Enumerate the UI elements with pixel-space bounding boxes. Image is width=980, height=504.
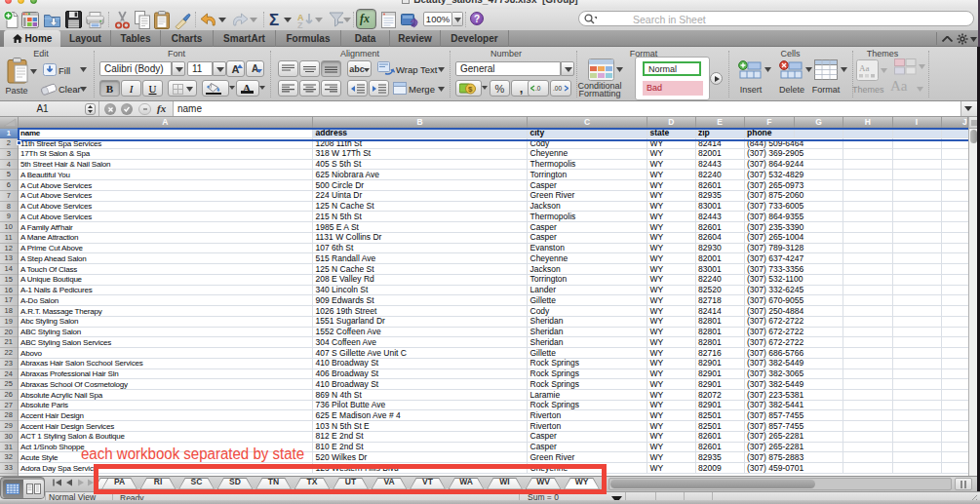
svg-text:.00: .00 (553, 85, 562, 92)
svg-text:Aa: Aa (859, 63, 870, 73)
svg-text:$: $ (468, 85, 473, 94)
svg-text:.0: .0 (535, 85, 541, 92)
